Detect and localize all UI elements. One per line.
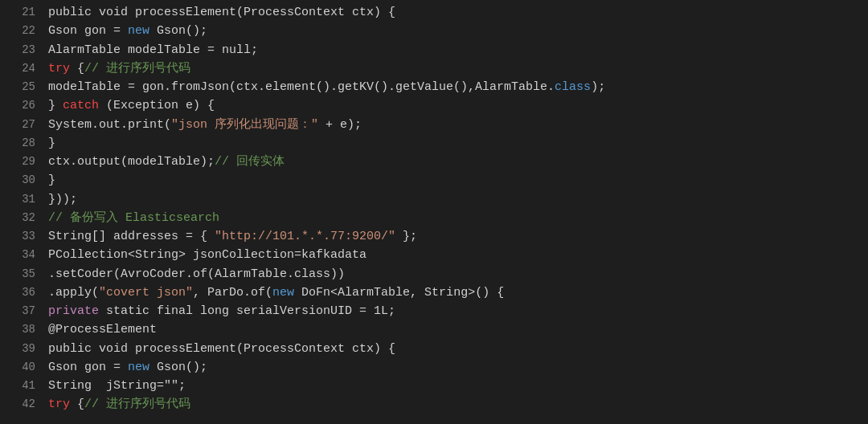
token: { bbox=[70, 62, 84, 75]
code-line: 33String[] addresses = { "http://101.*.*… bbox=[0, 227, 868, 246]
line-number: 32 bbox=[6, 210, 35, 227]
line-content: } bbox=[48, 171, 862, 190]
line-content: System.out.print("json 序列化出现问题：" + e); bbox=[48, 116, 862, 134]
token: new bbox=[272, 286, 294, 300]
token: } bbox=[48, 137, 55, 150]
line-content: String jString=""; bbox=[48, 377, 862, 395]
code-line: 22Gson gon = new Gson(); bbox=[0, 22, 868, 40]
line-content: AlarmTable modelTable = null; bbox=[48, 41, 862, 59]
token: .apply( bbox=[48, 286, 99, 300]
token: String[] addresses = { bbox=[48, 230, 215, 243]
line-content: try {// 进行序列号代码 bbox=[48, 59, 862, 78]
line-content: Gson gon = new Gson(); bbox=[48, 358, 862, 377]
code-line: 40Gson gon = new Gson(); bbox=[0, 358, 868, 377]
line-number: 36 bbox=[6, 284, 35, 302]
token: class bbox=[555, 80, 591, 94]
line-content: .apply("covert json", ParDo.of(new DoFn<… bbox=[48, 283, 862, 302]
token: + e); bbox=[318, 118, 362, 132]
line-number: 40 bbox=[6, 359, 35, 377]
token: Gson(); bbox=[149, 361, 207, 374]
line-content: try {// 进行序列号代码 bbox=[48, 395, 862, 414]
line-number: 34 bbox=[6, 247, 35, 264]
code-line: 25modelTable = gon.fromJson(ctx.element(… bbox=[0, 78, 868, 96]
code-line: 21public void processElement(ProcessCont… bbox=[0, 3, 868, 22]
token: } bbox=[48, 99, 63, 112]
token: @ProcessElement bbox=[48, 323, 157, 336]
code-line: 38@ProcessElement bbox=[0, 320, 868, 339]
token: static final long serialVersionUID = 1L; bbox=[99, 304, 395, 318]
token: , ParDo.of( bbox=[193, 286, 272, 300]
token: new bbox=[128, 24, 149, 38]
line-content: @ProcessElement bbox=[48, 320, 862, 339]
code-line: 27System.out.print("json 序列化出现问题：" + e); bbox=[0, 116, 868, 134]
token: { bbox=[70, 398, 84, 411]
code-line: 30} bbox=[0, 171, 868, 190]
token: "covert json" bbox=[99, 286, 193, 300]
token: System.out.print( bbox=[48, 118, 171, 132]
line-number: 30 bbox=[6, 172, 35, 190]
line-content: public void processElement(ProcessContex… bbox=[48, 3, 862, 22]
token: // 备份写入 Elasticsearch bbox=[48, 211, 219, 225]
code-line: 42try {// 进行序列号代码 bbox=[0, 395, 868, 414]
code-line: 32// 备份写入 Elasticsearch bbox=[0, 209, 868, 227]
token: try bbox=[48, 62, 70, 75]
line-number: 28 bbox=[6, 135, 35, 153]
token: Gson(); bbox=[149, 24, 207, 38]
token: ); bbox=[591, 80, 605, 94]
token: try bbox=[48, 398, 70, 411]
line-number: 22 bbox=[6, 22, 35, 40]
line-number: 41 bbox=[6, 377, 35, 395]
token: // 回传实体 bbox=[215, 155, 285, 169]
line-number: 26 bbox=[6, 97, 35, 115]
line-number: 29 bbox=[6, 153, 35, 171]
token: modelTable = gon.fromJson(ctx.element().… bbox=[48, 80, 555, 94]
line-content: PCollection<String> jsonCollection=kafka… bbox=[48, 246, 862, 264]
line-number: 25 bbox=[6, 79, 35, 96]
line-number: 33 bbox=[6, 228, 35, 246]
line-content: .setCoder(AvroCoder.of(AlarmTable.class)… bbox=[48, 265, 862, 283]
token: Gson gon = bbox=[48, 361, 128, 374]
code-line: 35.setCoder(AvroCoder.of(AlarmTable.clas… bbox=[0, 265, 868, 283]
token: ctx.output(modelTable); bbox=[48, 155, 215, 169]
token: } bbox=[48, 173, 55, 187]
token: PCollection<String> jsonCollection=kafka… bbox=[48, 248, 366, 262]
line-content: } catch (Exception e) { bbox=[48, 96, 862, 115]
token: })); bbox=[48, 193, 77, 206]
token: catch bbox=[63, 99, 99, 112]
token: DoFn<AlarmTable, String>() { bbox=[294, 286, 504, 300]
code-line: 23AlarmTable modelTable = null; bbox=[0, 41, 868, 59]
token: .setCoder(AvroCoder.of(AlarmTable.class)… bbox=[48, 267, 345, 281]
code-line: 34PCollection<String> jsonCollection=kaf… bbox=[0, 246, 868, 264]
token: (Exception e) { bbox=[99, 99, 215, 112]
token: // 进行序列号代码 bbox=[84, 62, 190, 75]
line-number: 42 bbox=[6, 396, 35, 414]
code-line: 36.apply("covert json", ParDo.of(new DoF… bbox=[0, 283, 868, 302]
token: public void processElement(ProcessContex… bbox=[48, 6, 395, 19]
code-line: 29ctx.output(modelTable);// 回传实体 bbox=[0, 153, 868, 171]
line-number: 23 bbox=[6, 42, 35, 59]
line-content: Gson gon = new Gson(); bbox=[48, 22, 862, 40]
line-number: 35 bbox=[6, 266, 35, 283]
token: AlarmTable modelTable = null; bbox=[48, 43, 258, 57]
line-content: modelTable = gon.fromJson(ctx.element().… bbox=[48, 78, 862, 96]
line-number: 24 bbox=[6, 60, 35, 78]
token: Gson gon = bbox=[48, 24, 128, 38]
token: "http://101.*.*.77:9200/" bbox=[215, 230, 395, 243]
line-number: 39 bbox=[6, 340, 35, 358]
line-content: })); bbox=[48, 190, 862, 209]
code-line: 39public void processElement(ProcessCont… bbox=[0, 340, 868, 358]
token: // 进行序列号代码 bbox=[84, 398, 190, 411]
line-number: 31 bbox=[6, 191, 35, 209]
line-number: 21 bbox=[6, 4, 35, 22]
token: new bbox=[128, 361, 149, 374]
code-editor: 21public void processElement(ProcessCont… bbox=[0, 0, 868, 418]
token: private bbox=[48, 304, 99, 318]
line-content: public void processElement(ProcessContex… bbox=[48, 340, 862, 358]
line-content: String[] addresses = { "http://101.*.*.7… bbox=[48, 227, 862, 246]
line-number: 27 bbox=[6, 116, 35, 134]
code-line: 28} bbox=[0, 134, 868, 153]
line-content: private static final long serialVersionU… bbox=[48, 302, 862, 320]
line-content: } bbox=[48, 134, 862, 153]
code-line: 41String jString=""; bbox=[0, 377, 868, 395]
token: public void processElement(ProcessContex… bbox=[48, 342, 395, 356]
